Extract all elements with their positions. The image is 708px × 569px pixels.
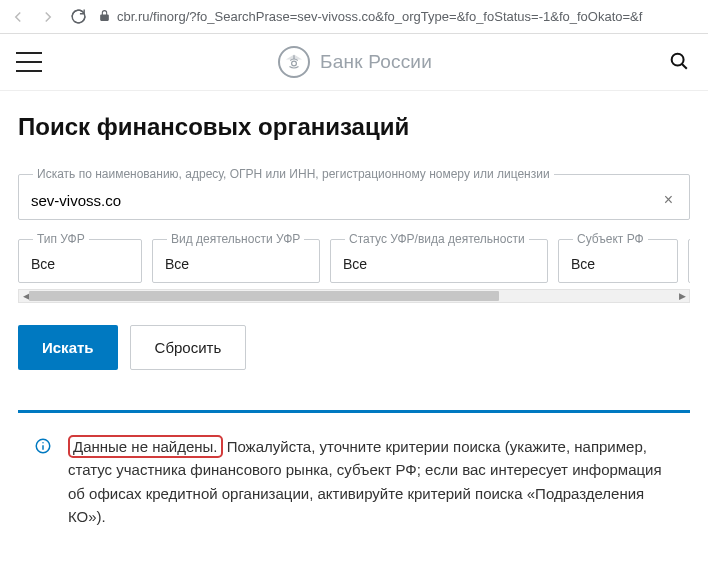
search-field-label: Искать по наименованию, адресу, ОГРН или… — [33, 167, 554, 181]
clear-search-icon[interactable]: × — [660, 191, 677, 209]
content: Поиск финансовых организаций Искать по н… — [0, 91, 708, 538]
filters-row: Тип УФР Все Вид деятельности УФР Все Ста… — [18, 232, 690, 283]
filter-subject-value: Все — [571, 256, 665, 272]
alert-text-wrapper: Данные не найдены. Пожалуйста, уточните … — [68, 435, 662, 525]
filter-status-label: Статус УФР/вида деятельности — [345, 232, 529, 246]
search-field[interactable]: Искать по наименованию, адресу, ОГРН или… — [18, 167, 690, 220]
search-input[interactable] — [31, 192, 660, 209]
nav-forward-icon[interactable] — [38, 7, 58, 27]
lock-icon — [98, 9, 111, 25]
search-button[interactable]: Искать — [18, 325, 118, 370]
result-alert: Данные не найдены. Пожалуйста, уточните … — [18, 410, 690, 538]
filter-activity-value: Все — [165, 256, 307, 272]
browser-chrome: cbr.ru/finorg/?fo_SearchPrase=sev-vivoss… — [0, 0, 708, 34]
filter-subject[interactable]: Субъект РФ Все — [558, 232, 678, 283]
filter-type-label: Тип УФР — [33, 232, 89, 246]
url-bar[interactable]: cbr.ru/finorg/?fo_SearchPrase=sev-vivoss… — [98, 9, 700, 25]
filter-extra[interactable] — [688, 232, 690, 283]
brand[interactable]: Банк России — [278, 46, 432, 78]
nav-reload-icon[interactable] — [68, 7, 88, 27]
filter-status[interactable]: Статус УФР/вида деятельности Все — [330, 232, 548, 283]
svg-line-2 — [682, 64, 687, 69]
svg-point-1 — [672, 54, 684, 66]
buttons-row: Искать Сбросить — [18, 325, 690, 370]
filter-activity[interactable]: Вид деятельности УФР Все — [152, 232, 320, 283]
filter-type[interactable]: Тип УФР Все — [18, 232, 142, 283]
filter-type-value: Все — [31, 256, 129, 272]
brand-logo-icon — [278, 46, 310, 78]
svg-point-0 — [292, 61, 297, 66]
menu-hamburger-icon[interactable] — [16, 52, 42, 72]
horizontal-scrollbar[interactable]: ◀ ▶ — [18, 289, 690, 303]
svg-point-5 — [42, 442, 44, 444]
info-icon — [34, 437, 52, 455]
filter-subject-label: Субъект РФ — [573, 232, 648, 246]
filter-status-value: Все — [343, 256, 535, 272]
nav-back-icon[interactable] — [8, 7, 28, 27]
url-text: cbr.ru/finorg/?fo_SearchPrase=sev-vivoss… — [117, 9, 642, 24]
scroll-thumb[interactable] — [29, 291, 499, 301]
site-search-icon[interactable] — [668, 50, 692, 74]
site-header: Банк России — [0, 34, 708, 91]
reset-button[interactable]: Сбросить — [130, 325, 247, 370]
scroll-right-icon[interactable]: ▶ — [675, 290, 689, 302]
filter-activity-label: Вид деятельности УФР — [167, 232, 304, 246]
page-title: Поиск финансовых организаций — [18, 113, 690, 141]
brand-name: Банк России — [320, 51, 432, 73]
alert-highlight: Данные не найдены. — [68, 435, 223, 458]
